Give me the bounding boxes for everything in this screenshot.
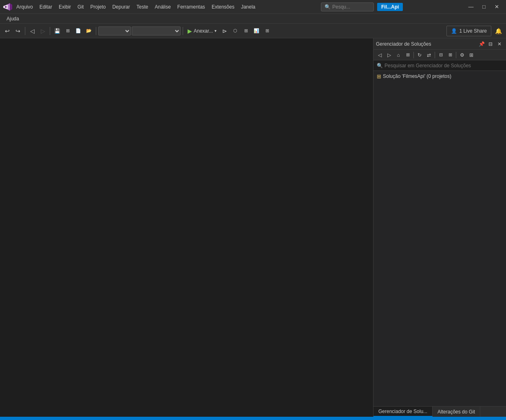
sol-forward-button[interactable]: ▷: [384, 51, 393, 60]
live-share-button[interactable]: 👤 1 Live Share: [446, 26, 491, 36]
search-box[interactable]: 🔍 Pesqu...: [321, 2, 374, 11]
maximize-button[interactable]: □: [478, 2, 490, 12]
configuration-dropdown[interactable]: [98, 27, 131, 35]
solution-panel-title-text: Gerenciador de Soluções: [376, 41, 431, 47]
sol-pending-button[interactable]: ⊞: [403, 51, 412, 60]
menu-editar[interactable]: Editar: [36, 3, 55, 11]
attach-label: Anexar...: [194, 28, 213, 34]
solution-search-icon: 🔍: [377, 63, 383, 69]
toolbar-separator-4: [183, 27, 183, 35]
menu-arquivo[interactable]: Arquivo: [13, 3, 36, 11]
live-share-icon: 👤: [451, 28, 457, 34]
title-bar: ArquivoEditarExibirGitProjetoDepurarTest…: [0, 0, 506, 14]
minimize-button[interactable]: —: [465, 2, 477, 12]
attach-button[interactable]: ▶ Anexar... ▾: [185, 26, 219, 36]
sol-back-button[interactable]: ◁: [375, 51, 384, 60]
extra-button[interactable]: ⊞: [262, 26, 272, 36]
undo-button[interactable]: ↩: [2, 26, 12, 36]
sol-toolbar-sep-1: [413, 52, 414, 58]
editor-area[interactable]: [0, 38, 373, 417]
toolbar: ↩ ↪ ◁ ▷ 💾 ⊞ 📄 📂 ▶ Anexar... ▾ ⊳ ⬡ ⊞ 📊 ⊞ …: [0, 24, 506, 38]
solution-panel: Gerenciador de Soluções 📌 ⊟ ✕ ◁ ▷ ⌂ ⊞ ↻ …: [373, 38, 506, 417]
sol-toolbar-sep-2: [435, 52, 435, 58]
main-area: Gerenciador de Soluções 📌 ⊟ ✕ ◁ ▷ ⌂ ⊞ ↻ …: [0, 38, 506, 417]
panel-dockside-button[interactable]: ⊟: [486, 40, 495, 48]
menu-análise[interactable]: Análise: [151, 3, 174, 11]
attach-dropdown-icon: ▾: [214, 29, 217, 33]
forward-button[interactable]: ▷: [38, 26, 48, 36]
tab-git-changes[interactable]: Alterações do Git: [433, 407, 480, 417]
tab-git-changes-label: Alterações do Git: [438, 409, 475, 415]
panel-pin-button[interactable]: 📌: [477, 40, 486, 48]
sol-copy-button[interactable]: ⊞: [446, 51, 455, 60]
vs-logo-icon: [3, 2, 12, 11]
cloud-button[interactable]: ⊞: [241, 26, 251, 36]
notification-button[interactable]: 🔔: [493, 26, 504, 36]
sol-toolbar-sep-3: [456, 52, 456, 58]
solution-tree: ⊞ Solução 'FilmesApi' (0 projetos): [373, 71, 506, 406]
sol-filter-button[interactable]: ⊞: [467, 51, 476, 60]
menu-row: ArquivoEditarExibirGitProjetoDepurarTest…: [13, 3, 259, 11]
solution-tree-icon: ⊞: [377, 73, 381, 80]
toolbar-separator-1: [25, 27, 25, 35]
menu-depurar[interactable]: Depurar: [109, 3, 133, 11]
solution-search-input[interactable]: [384, 63, 503, 69]
tab-solution-explorer[interactable]: Gerenciador de Solu...: [373, 407, 433, 417]
active-file-button[interactable]: Fil...Api: [377, 3, 403, 11]
menu-janela[interactable]: Janela: [238, 3, 259, 11]
sol-refresh-button[interactable]: ↻: [415, 51, 424, 60]
redo-button[interactable]: ↪: [13, 26, 23, 36]
open-file-button[interactable]: 📂: [84, 26, 94, 36]
save-all-button[interactable]: ⊞: [63, 26, 73, 36]
menu-exibir[interactable]: Exibir: [55, 3, 74, 11]
live-share-area: 👤 1 Live Share 🔔: [446, 26, 504, 36]
save-button[interactable]: 💾: [52, 26, 62, 36]
menu-git[interactable]: Git: [74, 3, 87, 11]
step-button[interactable]: ⊳: [220, 26, 230, 36]
new-file-button[interactable]: 📄: [73, 26, 83, 36]
attach-play-icon: ▶: [188, 28, 192, 34]
close-button[interactable]: ✕: [491, 2, 503, 12]
sol-sync-button[interactable]: ⇄: [424, 51, 433, 60]
back-button[interactable]: ◁: [27, 26, 37, 36]
solution-tree-label: Solução 'FilmesApi' (0 projetos): [383, 73, 451, 79]
menu-ajuda[interactable]: Ajuda: [3, 15, 22, 23]
sol-home-button[interactable]: ⌂: [394, 51, 403, 60]
live-share-label: 1 Live Share: [460, 28, 487, 34]
solution-tree-item[interactable]: ⊞ Solução 'FilmesApi' (0 projetos): [373, 72, 506, 81]
toolbar-separator-2: [50, 27, 50, 35]
menu-projeto[interactable]: Projeto: [87, 3, 109, 11]
sol-view-button[interactable]: ⊟: [436, 51, 445, 60]
menu-ferramentas[interactable]: Ferramentas: [174, 3, 208, 11]
tab-solution-explorer-label: Gerenciador de Solu...: [378, 409, 427, 414]
solution-panel-bottom-tabs: Gerenciador de Solu... Alterações do Git: [373, 406, 506, 417]
deploy-button[interactable]: ⬡: [230, 26, 240, 36]
menu-extensões[interactable]: Extensões: [208, 3, 238, 11]
second-menu-row: Ajuda: [0, 14, 506, 24]
sol-settings-button[interactable]: ⚙: [457, 51, 466, 60]
status-bar: ⊞ Pronto ⊞ ⊞ Selecionar Repositório 🔔: [0, 417, 506, 420]
menu-teste[interactable]: Teste: [133, 3, 152, 11]
title-bar-center: 🔍 Pesqu... Fil...Api: [321, 2, 403, 11]
search-placeholder: Pesqu...: [332, 4, 350, 10]
solution-search: 🔍: [373, 60, 506, 71]
solution-toolbar: ◁ ▷ ⌂ ⊞ ↻ ⇄ ⊟ ⊞ ⚙ ⊞: [373, 50, 506, 60]
solution-panel-controls: 📌 ⊟ ✕: [477, 40, 504, 48]
title-bar-left: ArquivoEditarExibirGitProjetoDepurarTest…: [3, 2, 259, 11]
toolbar-separator-3: [96, 27, 96, 35]
platform-dropdown[interactable]: [132, 27, 181, 35]
panel-close-button[interactable]: ✕: [495, 40, 504, 48]
title-bar-right: — □ ✕: [465, 2, 503, 12]
solution-panel-title: Gerenciador de Soluções: [376, 41, 431, 47]
report-button[interactable]: 📊: [252, 26, 261, 36]
solution-panel-header: Gerenciador de Soluções 📌 ⊟ ✕: [373, 38, 506, 50]
search-icon: 🔍: [325, 4, 331, 10]
